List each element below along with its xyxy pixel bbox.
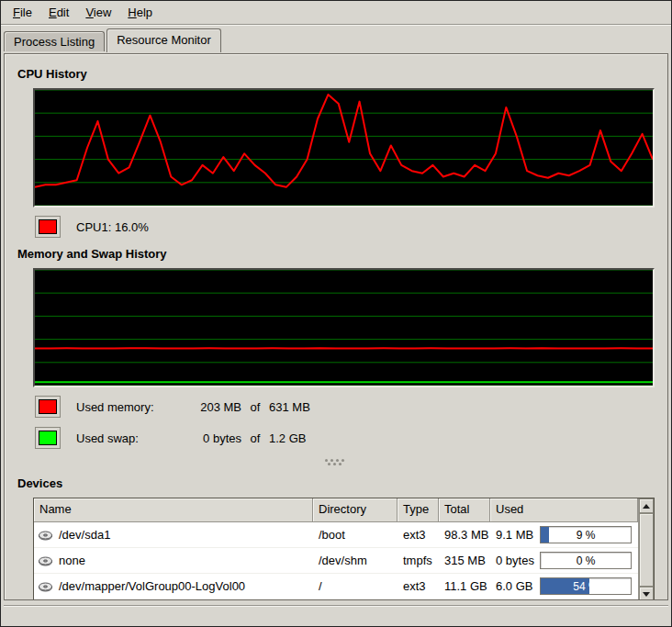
device-type: ext3 [398,579,439,593]
memory-legend: Used memory: 203 MB of 631 MB [35,396,655,418]
disk-icon [38,554,53,567]
tab-bar: Process Listing Resource Monitor [1,27,671,51]
vertical-scrollbar[interactable] [638,498,654,600]
system-monitor-window: File Edit View Help Process Listing Reso… [0,0,672,627]
device-directory: /dev/shm [313,554,398,567]
column-header-directory[interactable]: Directory [313,498,398,522]
progressbar-label: 54 % [541,578,631,594]
memory-of-word: of [241,400,269,414]
device-used-bytes: 6.0 GB [496,579,532,593]
swap-legend-label: Used swap: [76,431,185,445]
disk-icon [38,529,53,542]
device-row-none[interactable]: none /dev/shm tmpfs 315 MB 0 bytes 0 % [34,548,638,574]
swap-used-value: 0 bytes [185,431,241,445]
device-directory: / [313,579,398,593]
menubar: File Edit View Help [1,1,671,25]
cpu-chart-canvas [35,90,653,206]
devices-table-body: Name Directory Type Total Used /dev/sda1… [34,498,638,600]
usage-progressbar: 9 % [540,526,632,543]
status-bar [4,605,668,623]
tab-process-listing[interactable]: Process Listing [4,31,105,51]
scroll-down-button[interactable] [639,587,654,600]
arrow-down-icon [643,592,650,597]
menu-file[interactable]: File [5,2,40,23]
devices-table-header: Name Directory Type Total Used [34,498,638,522]
memory-chart-canvas [35,270,653,386]
cpu1-color-swatch [35,216,61,238]
scrollbar-trough[interactable] [639,513,654,587]
scroll-up-button[interactable] [639,498,654,513]
resource-monitor-page: CPU History CPU1: 16.0% Memory and Swap … [4,53,668,600]
device-total: 98.3 MB [439,528,490,542]
swap-of-word: of [241,431,269,445]
device-total: 315 MB [439,554,490,567]
device-type: tmpfs [398,554,439,567]
column-header-total[interactable]: Total [439,498,490,522]
menu-edit[interactable]: Edit [40,2,77,23]
tab-resource-monitor[interactable]: Resource Monitor [106,28,221,52]
scrollbar-thumb[interactable] [639,513,654,587]
device-name: /dev/sda1 [59,528,110,542]
memory-legend-label: Used memory: [76,400,185,414]
cpu1-swatch-color [39,219,57,234]
progressbar-label: 0 % [541,553,631,568]
column-header-type[interactable]: Type [398,498,439,522]
device-total: 11.1 GB [439,579,490,593]
memory-total-value: 631 MB [269,400,310,414]
swap-color-swatch [35,427,61,449]
memory-swap-title: Memory and Swap History [17,247,655,261]
device-used-bytes: 0 bytes [496,554,534,567]
cpu-history-chart [33,88,655,207]
swap-swatch-color [39,431,57,445]
cpu1-legend-label: CPU1: 16.0% [76,220,149,234]
column-header-used[interactable]: Used [490,498,638,522]
memory-swatch-color [39,399,57,414]
memory-used-value: 203 MB [185,400,241,414]
device-directory: /boot [313,528,398,542]
disk-icon [38,580,53,593]
cpu-legend: CPU1: 16.0% [35,216,655,238]
column-header-name[interactable]: Name [34,498,313,522]
device-type: ext3 [398,528,439,542]
device-row-sda1[interactable]: /dev/sda1 /boot ext3 98.3 MB 9.1 MB 9 % [34,522,638,548]
memory-swap-chart [33,268,655,387]
swap-total-value: 1.2 GB [269,431,306,445]
device-used-bytes: 9.1 MB [496,528,533,542]
usage-progressbar: 0 % [540,552,632,569]
usage-progressbar: 54 % [540,577,632,595]
menu-view[interactable]: View [77,2,119,23]
devices-table: Name Directory Type Total Used /dev/sda1… [33,498,655,600]
device-row-volgroup[interactable]: /dev/mapper/VolGroup00-LogVol00 / ext3 1… [34,574,638,599]
memory-color-swatch [35,396,61,418]
devices-title: Devices [17,476,655,490]
progressbar-label: 9 % [541,527,631,543]
device-name: none [59,554,85,567]
arrow-up-icon [643,504,650,509]
swap-legend: Used swap: 0 bytes of 1.2 GB [35,427,655,449]
cpu-history-title: CPU History [17,67,655,81]
menu-help[interactable]: Help [119,2,161,23]
pane-resize-grip[interactable] [323,458,347,467]
device-name: /dev/mapper/VolGroup00-LogVol00 [59,579,245,593]
